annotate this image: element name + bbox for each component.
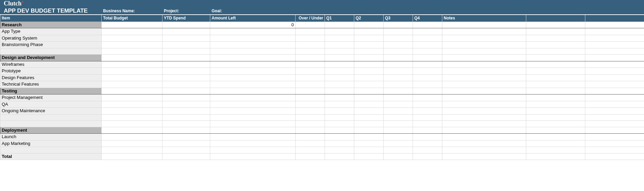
- cell[interactable]: [325, 88, 354, 94]
- cell[interactable]: [102, 114, 162, 121]
- cell[interactable]: [325, 61, 354, 68]
- cell[interactable]: [526, 61, 585, 68]
- cell[interactable]: [354, 21, 384, 28]
- cell[interactable]: [325, 74, 354, 81]
- cell[interactable]: [526, 114, 585, 121]
- cell[interactable]: [413, 48, 442, 55]
- cell[interactable]: [210, 74, 296, 81]
- cell-total-budget[interactable]: [102, 127, 162, 134]
- cell[interactable]: [442, 88, 526, 94]
- cell-amount-left[interactable]: 0: [210, 21, 296, 28]
- item-label[interactable]: Wireframes: [0, 61, 102, 68]
- column-header-q3[interactable]: Q3: [384, 15, 413, 21]
- cell[interactable]: [442, 153, 526, 160]
- cell[interactable]: [442, 147, 526, 153]
- column-header-q4[interactable]: Q4: [413, 15, 442, 21]
- cell[interactable]: [526, 147, 585, 153]
- section-header[interactable]: Deployment: [0, 127, 102, 134]
- cell[interactable]: [102, 108, 162, 115]
- item-label[interactable]: App Marketing: [0, 140, 102, 147]
- cell[interactable]: [413, 35, 442, 42]
- cell[interactable]: [384, 68, 413, 75]
- section-header[interactable]: Design and Development: [0, 55, 102, 61]
- cell[interactable]: [585, 21, 644, 28]
- cell[interactable]: [585, 114, 644, 121]
- budget-spreadsheet[interactable]: Clutch’APP DEV BUDGET TEMPLATEBusiness N…: [0, 0, 644, 160]
- cell-total-budget[interactable]: [102, 55, 162, 61]
- cell[interactable]: [442, 74, 526, 81]
- cell[interactable]: [526, 68, 585, 75]
- column-header-q2[interactable]: Q2: [354, 15, 384, 21]
- cell[interactable]: [413, 61, 442, 68]
- cell[interactable]: [384, 127, 413, 134]
- cell[interactable]: [413, 42, 442, 48]
- cell[interactable]: [296, 114, 325, 121]
- cell[interactable]: [413, 134, 442, 141]
- cell[interactable]: [162, 48, 210, 55]
- cell[interactable]: [384, 114, 413, 121]
- cell[interactable]: [413, 127, 442, 134]
- cell[interactable]: [354, 147, 384, 153]
- cell[interactable]: [442, 134, 526, 141]
- cell[interactable]: [526, 140, 585, 147]
- cell[interactable]: [384, 21, 413, 28]
- cell[interactable]: [354, 101, 384, 108]
- cell[interactable]: [442, 140, 526, 147]
- cell[interactable]: [585, 147, 644, 153]
- cell[interactable]: [296, 94, 325, 101]
- cell[interactable]: [325, 101, 354, 108]
- cell[interactable]: [162, 81, 210, 88]
- cell[interactable]: [354, 114, 384, 121]
- cell[interactable]: [296, 28, 325, 35]
- cell[interactable]: [442, 81, 526, 88]
- cell[interactable]: [296, 61, 325, 68]
- cell[interactable]: [413, 88, 442, 94]
- cell[interactable]: [354, 28, 384, 35]
- cell[interactable]: [296, 42, 325, 48]
- cell[interactable]: [296, 153, 325, 160]
- cell[interactable]: [325, 21, 354, 28]
- cell[interactable]: [210, 101, 296, 108]
- cell[interactable]: [442, 21, 526, 28]
- cell[interactable]: [526, 28, 585, 35]
- cell[interactable]: [325, 153, 354, 160]
- cell[interactable]: [102, 94, 162, 101]
- cell[interactable]: [102, 134, 162, 141]
- cell[interactable]: [413, 28, 442, 35]
- cell[interactable]: [526, 94, 585, 101]
- item-label[interactable]: Launch: [0, 134, 102, 141]
- cell-ytd-spend[interactable]: [162, 55, 210, 61]
- cell[interactable]: [102, 48, 162, 55]
- section-header[interactable]: Research: [0, 21, 102, 28]
- cell[interactable]: [354, 127, 384, 134]
- cell[interactable]: [585, 101, 644, 108]
- cell[interactable]: [210, 48, 296, 55]
- cell[interactable]: [354, 121, 384, 127]
- cell-total-budget[interactable]: [102, 88, 162, 94]
- cell[interactable]: [354, 81, 384, 88]
- cell[interactable]: [384, 134, 413, 141]
- cell[interactable]: [162, 114, 210, 121]
- cell[interactable]: [585, 94, 644, 101]
- cell[interactable]: [325, 35, 354, 42]
- cell[interactable]: [162, 153, 210, 160]
- cell[interactable]: [162, 101, 210, 108]
- cell[interactable]: [354, 42, 384, 48]
- cell[interactable]: [384, 121, 413, 127]
- cell[interactable]: [526, 121, 585, 127]
- cell[interactable]: [585, 35, 644, 42]
- cell[interactable]: [442, 114, 526, 121]
- cell[interactable]: [585, 81, 644, 88]
- cell[interactable]: [354, 94, 384, 101]
- item-label[interactable]: Prototype: [0, 68, 102, 75]
- item-label[interactable]: App Type: [0, 28, 102, 35]
- cell[interactable]: [384, 147, 413, 153]
- cell[interactable]: [210, 94, 296, 101]
- cell[interactable]: [526, 88, 585, 94]
- cell[interactable]: [162, 74, 210, 81]
- cell[interactable]: [354, 74, 384, 81]
- cell[interactable]: [325, 134, 354, 141]
- cell[interactable]: [442, 101, 526, 108]
- cell[interactable]: [325, 42, 354, 48]
- item-label[interactable]: Design Features: [0, 74, 102, 81]
